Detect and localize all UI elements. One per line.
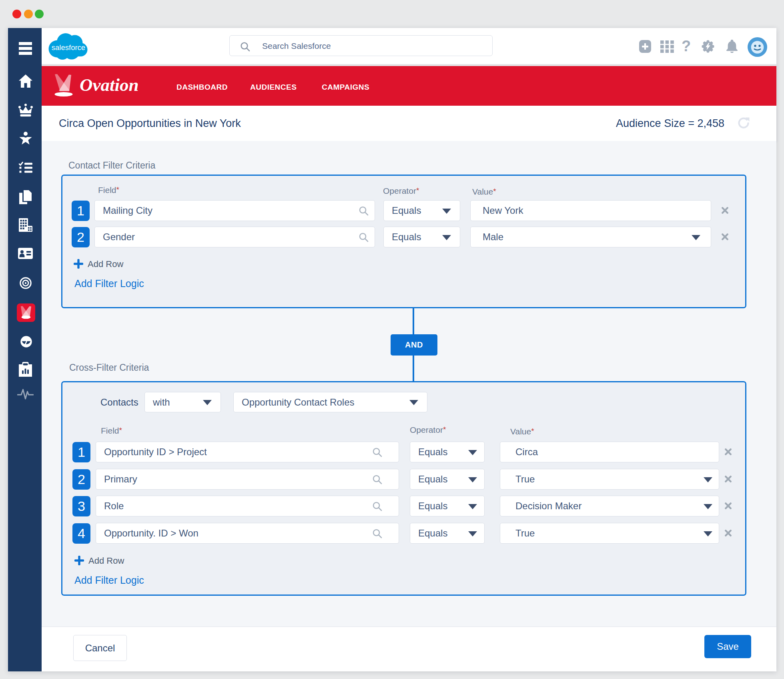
svg-text:salesforce: salesforce <box>52 43 85 52</box>
